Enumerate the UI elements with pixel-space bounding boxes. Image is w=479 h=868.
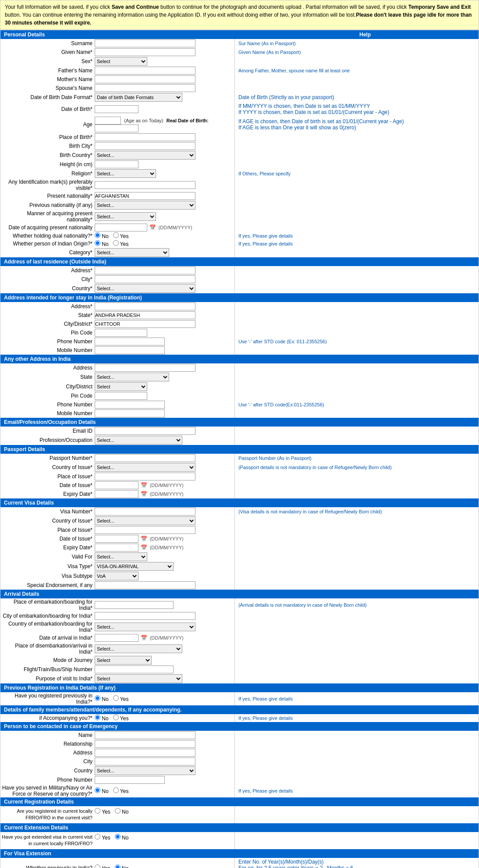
passport-expiry-input[interactable] bbox=[95, 490, 138, 498]
military-yes-radio[interactable] bbox=[113, 787, 119, 793]
dual-nationality-yes-radio[interactable] bbox=[113, 232, 119, 238]
birth-city-input[interactable] bbox=[95, 142, 195, 150]
visa-ext-prev-india-yes-radio[interactable] bbox=[95, 864, 100, 868]
arrival-date-cal[interactable]: 📅 bbox=[141, 635, 147, 641]
category-select[interactable]: Select... bbox=[95, 248, 169, 257]
passport-expiry-field-row: Expiry Date* 📅 (DD/MM/YYYY) bbox=[0, 490, 234, 498]
email-input[interactable] bbox=[95, 427, 195, 435]
addr-india-mobile-input[interactable] bbox=[95, 346, 165, 354]
category-input-wrap: Select... bbox=[95, 248, 169, 257]
current-ext-no-radio[interactable] bbox=[115, 834, 121, 840]
age-input[interactable] bbox=[95, 117, 121, 125]
emergency-address-input[interactable] bbox=[95, 749, 195, 757]
dob-format-select[interactable]: Date of birth Date Formats DD/MM/YYYY MM… bbox=[95, 93, 182, 102]
religion-select[interactable]: Select... Hindu Muslim Christian Sikh Ot… bbox=[95, 169, 156, 178]
any-other-city-select[interactable]: Select bbox=[95, 382, 147, 391]
prev-reg-yes-radio[interactable] bbox=[113, 695, 119, 701]
passport-doi-cal[interactable]: 📅 bbox=[141, 482, 147, 488]
arrival-flight-input[interactable] bbox=[95, 665, 174, 673]
passport-number-input[interactable] bbox=[95, 454, 195, 462]
current-reg-yes-radio[interactable] bbox=[95, 808, 100, 814]
emergency-city-field-row: City bbox=[0, 757, 234, 766]
passport-expiry-cal[interactable]: 📅 bbox=[141, 491, 147, 497]
previous-nationality-select[interactable]: Select... bbox=[95, 201, 195, 210]
arrival-date-input[interactable] bbox=[95, 634, 138, 642]
arrival-embark-country-select[interactable]: Select... bbox=[95, 623, 195, 631]
sex-select[interactable]: Select Male Female bbox=[95, 57, 147, 66]
emergency-relationship-input[interactable] bbox=[95, 740, 195, 748]
manner-acquiring-select[interactable]: Select... By Birth By Descent By Registr… bbox=[95, 212, 156, 221]
emergency-phone-input[interactable] bbox=[95, 776, 165, 784]
passport-place-input[interactable] bbox=[95, 473, 195, 480]
birth-country-select[interactable]: Select... bbox=[95, 151, 195, 160]
spouses-name-input[interactable] bbox=[95, 84, 195, 92]
addr-india-state-input[interactable] bbox=[95, 311, 195, 319]
date-acquiring-cal-icon[interactable]: 📅 bbox=[149, 224, 156, 231]
visa-type-select[interactable]: VISA-ON-ARRIVAL bbox=[95, 562, 174, 571]
real-dob-input[interactable] bbox=[95, 125, 138, 132]
present-nationality-input[interactable] bbox=[95, 192, 195, 200]
addr-india-city-input[interactable] bbox=[95, 320, 195, 328]
arrival-embark-place-input[interactable] bbox=[95, 601, 174, 609]
dual-nationality-no-radio[interactable] bbox=[95, 232, 100, 238]
addr-india-address-input[interactable] bbox=[95, 302, 195, 310]
fathers-name-input[interactable] bbox=[95, 67, 195, 75]
indian-origin-yes-radio[interactable] bbox=[113, 240, 119, 246]
emergency-phone-help bbox=[234, 776, 479, 784]
surname-input[interactable] bbox=[95, 39, 195, 47]
family-no-radio[interactable] bbox=[95, 715, 100, 720]
any-other-state-select[interactable]: Select... bbox=[95, 373, 169, 381]
current-reg-no-radio[interactable] bbox=[115, 808, 121, 814]
visa-country-select[interactable]: Select... bbox=[95, 516, 195, 525]
visa-subtype-select[interactable]: VoA bbox=[95, 572, 138, 580]
fathers-name-help: Among Father, Mother, spouse name fill a… bbox=[234, 66, 479, 75]
dob-input[interactable] bbox=[95, 105, 138, 113]
any-other-address-input[interactable] bbox=[95, 364, 195, 372]
current-ext-yes-radio[interactable] bbox=[95, 834, 100, 840]
visa-expiry-input[interactable] bbox=[95, 544, 138, 551]
profession-select[interactable]: Select... bbox=[95, 436, 182, 445]
place-of-birth-input[interactable] bbox=[95, 133, 195, 141]
arrival-disembark-select[interactable]: Select... bbox=[95, 644, 182, 653]
visa-ext-prev-india-no-radio[interactable] bbox=[115, 864, 121, 868]
arrival-purpose-select[interactable]: Select bbox=[95, 674, 182, 683]
visa-endorsement-input[interactable] bbox=[95, 581, 195, 589]
emergency-country-select[interactable]: Select... bbox=[95, 766, 195, 775]
family-yes-radio[interactable] bbox=[113, 715, 119, 720]
emergency-phone-label: Phone Number bbox=[0, 777, 95, 783]
addr-last-address-input[interactable] bbox=[95, 267, 195, 274]
identification-input[interactable] bbox=[95, 181, 195, 189]
height-input[interactable] bbox=[95, 160, 138, 168]
passport-country-select[interactable]: Select... bbox=[95, 463, 195, 472]
addr-last-country-form-cell: Country* Select... bbox=[0, 284, 235, 293]
emergency-name-input[interactable] bbox=[95, 731, 195, 739]
visa-doi-input[interactable] bbox=[95, 535, 138, 543]
any-other-mobile-input[interactable] bbox=[95, 409, 165, 417]
emergency-city-input[interactable] bbox=[95, 758, 195, 765]
visa-expiry-cal[interactable]: 📅 bbox=[141, 544, 147, 551]
prev-reg-no-radio[interactable] bbox=[95, 695, 100, 701]
addr-last-city-input[interactable] bbox=[95, 275, 195, 283]
date-acquiring-input[interactable] bbox=[95, 224, 147, 231]
arrival-embark-city-input[interactable] bbox=[95, 612, 195, 620]
mothers-name-field-row: Mother's Name bbox=[0, 75, 234, 84]
indian-origin-no-radio[interactable] bbox=[95, 240, 100, 246]
visa-place-input[interactable] bbox=[95, 526, 195, 534]
visa-doi-cal[interactable]: 📅 bbox=[141, 536, 147, 542]
given-name-input[interactable] bbox=[95, 48, 195, 56]
passport-doi-input[interactable] bbox=[95, 481, 138, 489]
arrival-header-row: Arrival Details bbox=[0, 590, 479, 598]
any-other-phone-input[interactable] bbox=[95, 401, 165, 409]
any-other-pin-input[interactable] bbox=[95, 392, 147, 400]
arrival-mode-select[interactable]: Select bbox=[95, 656, 152, 665]
passport-number-label: Passport Number* bbox=[0, 455, 95, 461]
military-no-radio[interactable] bbox=[95, 787, 100, 793]
family-accompanying-field-row: if Accompanying you?* No Yes bbox=[0, 714, 234, 722]
visa-number-input[interactable] bbox=[95, 508, 195, 516]
addr-india-phone-input[interactable] bbox=[95, 338, 165, 345]
addr-india-pin-input[interactable] bbox=[95, 329, 147, 337]
mothers-name-input[interactable] bbox=[95, 75, 195, 83]
visa-valid-select[interactable]: Select... bbox=[95, 552, 147, 561]
arrival-disembark-input-wrap: Select... bbox=[95, 644, 182, 653]
addr-last-country-select[interactable]: Select... bbox=[95, 284, 195, 293]
